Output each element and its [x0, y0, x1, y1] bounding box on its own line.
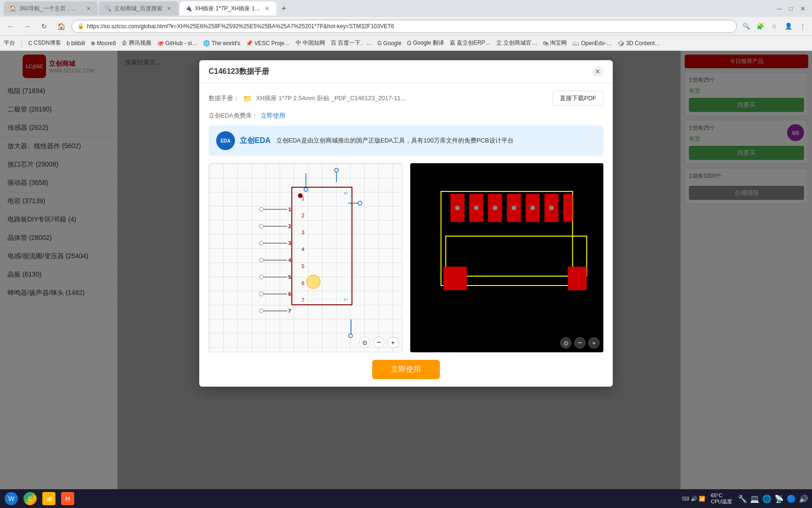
pin-1-row: 1: [259, 201, 291, 218]
left-pins: 1 2: [259, 201, 291, 319]
eda-use-link[interactable]: 立即使用: [261, 111, 285, 120]
bookmark-cnki[interactable]: 中 中国知网: [296, 39, 325, 47]
tray-icon-5[interactable]: 🔵: [787, 494, 796, 503]
top-anchor-line: [305, 173, 306, 187]
tab-baidu[interactable]: 🔍 立创商城_百度搜索 ✕: [99, 1, 179, 16]
pin-4-row: 4: [259, 252, 291, 269]
pad-7: [563, 194, 573, 222]
bookmark-baidu[interactable]: 百 百度一下、…: [331, 39, 372, 47]
bookmark-0[interactable]: 平台: [4, 39, 15, 47]
tab-xh[interactable]: 🔌 XH插座 1*7P_XH插座 1… ✕: [180, 1, 276, 16]
search-icon[interactable]: 🔍: [741, 21, 752, 32]
tray-icon-1[interactable]: 🔧: [738, 494, 747, 503]
schematic-diagram: 1 2: [209, 163, 403, 352]
pcb-diagram: ⊙ − +: [410, 163, 603, 352]
tray-icon-2[interactable]: 💻: [750, 494, 759, 503]
tab-label: 立创商城_百度搜索: [114, 5, 163, 13]
app-icon[interactable]: H: [60, 491, 75, 506]
pcb-content: [410, 163, 603, 351]
tab-close[interactable]: ✕: [85, 5, 92, 12]
eda-row: 立创EDA免费库： 立即使用: [209, 111, 603, 120]
pcb-controls: ⊙ − +: [560, 337, 600, 349]
add-tab-button[interactable]: +: [277, 2, 290, 15]
chrome-icon[interactable]: C: [23, 491, 38, 506]
mount-pad-right: [568, 267, 587, 290]
extensions-icon[interactable]: 🧩: [755, 21, 766, 32]
pad-dot-6: [549, 206, 554, 210]
start-button[interactable]: W: [4, 491, 19, 506]
home-button[interactable]: 🏠: [55, 20, 68, 33]
pin-5-row: 5: [259, 269, 291, 286]
profile-icon[interactable]: 👤: [783, 21, 794, 32]
tab-label: 360导航_一个主页，整合…: [19, 5, 82, 13]
pad-dot-4: [512, 206, 516, 210]
pin-6-highlight: [306, 275, 320, 289]
schematic-zoom-out-button[interactable]: −: [373, 337, 384, 348]
reload-button[interactable]: ↻: [38, 20, 51, 33]
pin-6-row: 6: [259, 286, 291, 302]
eda-logo: EDA 立创EDA: [216, 131, 271, 150]
modal-close-button[interactable]: ✕: [592, 66, 603, 77]
address-bar[interactable]: 🔒 https://so.szlcsc.com/global.html?k=XH…: [71, 20, 737, 33]
bookmark-erp[interactable]: 嘉 嘉立创ERP…: [450, 39, 491, 47]
file-icon: 📁: [243, 94, 252, 103]
tab-360[interactable]: 🏠 360导航_一个主页，整合… ✕: [4, 1, 98, 16]
taskbar: W C 📁 H ⌨ 🔊 📶 65°C CPU温度 🔧 💻 🌐 📡 🔵 🔊: [0, 489, 812, 508]
component-body: 1 2 3 4 5 6 7: [291, 187, 352, 305]
pin-6-connector: [259, 292, 264, 296]
tab-favicon: 🔌: [185, 5, 192, 12]
schematic-target-button[interactable]: ⊙: [359, 337, 370, 348]
bookmark-translate[interactable]: G Google 翻译: [407, 39, 444, 47]
bookmark-lcsc[interactable]: 立 立创商城官…: [496, 39, 537, 47]
schematic-content: 1 2: [209, 164, 402, 352]
bookmark-icon[interactable]: ☆: [769, 21, 780, 32]
download-pdf-button[interactable]: 直接下载PDF: [553, 91, 603, 106]
bookmark-bili[interactable]: b bilibili: [67, 40, 85, 47]
tab-close[interactable]: ✕: [165, 5, 173, 12]
diagrams-row: 1 2: [209, 163, 603, 352]
page-content: LC@SC 立创商城 WWW.SZLCSC.COM 电阻 (71894) 二极管…: [0, 51, 812, 493]
eda-logo-text: 立创EDA: [240, 136, 271, 146]
tray-icon-6[interactable]: 🔊: [799, 494, 808, 503]
tray-icon-4[interactable]: 📡: [774, 494, 784, 503]
bookmark-moore[interactable]: ⊕ Moore8: [91, 40, 116, 47]
tab-favicon: 🔍: [104, 5, 111, 12]
bookmark-openedv[interactable]: 📖 OpenEdv-…: [572, 40, 612, 47]
schematic-zoom-in-button[interactable]: +: [387, 337, 398, 348]
pcb-target-button[interactable]: ⊙: [560, 337, 571, 349]
system-icons: ⌨ 🔊 📶: [682, 496, 705, 502]
forward-button[interactable]: →: [21, 20, 34, 33]
pin-5-connector: [259, 275, 264, 279]
minimize-button[interactable]: ─: [774, 5, 784, 12]
bookmark-taobao[interactable]: 🛍 淘宝网: [543, 39, 567, 47]
bookmark-tencent[interactable]: 企 腾讯视频: [122, 39, 151, 47]
inner-pin-7: 7: [302, 292, 304, 309]
pcb-zoom-in-button[interactable]: +: [588, 337, 600, 349]
use-now-button[interactable]: 立即使用: [372, 360, 440, 379]
eda-banner: EDA 立创EDA 立创EDA是由立创商城推出的国产正版EDA工具，具有100万…: [209, 126, 603, 156]
bookmark-google[interactable]: G Google: [377, 40, 401, 47]
modal-title: C146123数据手册: [209, 67, 269, 77]
datasheet-modal: C146123数据手册 ✕ 数据手册： 📁 XH插座 1*7P 2.54mm 卧…: [199, 60, 613, 387]
back-button[interactable]: ←: [4, 20, 17, 33]
eda-banner-description: 立创EDA是由立创商城推出的国产正版EDA工具，具有100万库文件的免费PCB设…: [276, 136, 514, 145]
bookmark-worlds[interactable]: 🌐 The world's: [203, 40, 240, 47]
explorer-icon[interactable]: 📁: [41, 491, 56, 506]
eda-label: 立创EDA免费库：: [209, 111, 258, 120]
modal-body: 数据手册： 📁 XH插座 1*7P 2.54mm 卧贴 _PDF_C146123…: [199, 83, 613, 387]
pcb-zoom-out-button[interactable]: −: [574, 337, 586, 349]
close-window-button[interactable]: ✕: [797, 5, 808, 12]
maximize-button[interactable]: □: [786, 5, 796, 12]
tray-icon-3[interactable]: 🌐: [762, 494, 772, 503]
pad-dot-5: [531, 206, 535, 210]
bookmark-csdn[interactable]: C CSDN博客: [28, 39, 61, 47]
settings-icon[interactable]: ⋮: [797, 21, 808, 32]
pad-dot-2: [474, 206, 479, 210]
pad-dot-3: [493, 206, 498, 210]
tab-close[interactable]: ✕: [263, 5, 271, 12]
tab-label: XH插座 1*7P_XH插座 1…: [195, 5, 260, 13]
bookmark-3d[interactable]: 🎲 3D Content…: [617, 40, 660, 47]
browser-chrome: 🏠 360导航_一个主页，整合… ✕ 🔍 立创商城_百度搜索 ✕ 🔌 XH插座 …: [0, 0, 812, 51]
bookmark-github[interactable]: 🐙 GitHub - si…: [157, 40, 198, 47]
bookmark-vesc[interactable]: 📌 VESC Proje…: [246, 40, 290, 47]
